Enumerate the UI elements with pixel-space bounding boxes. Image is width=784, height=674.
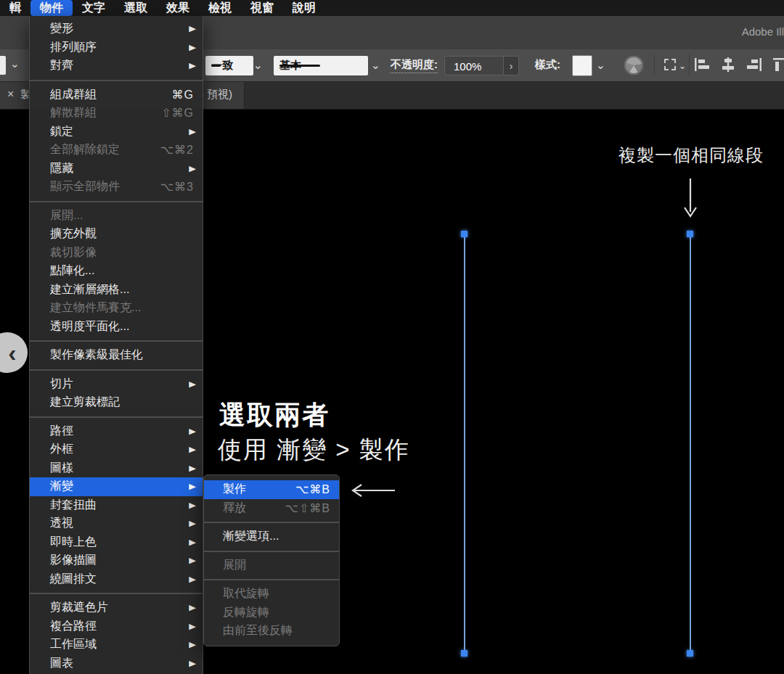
menubar-item[interactable]: 效果 — [157, 0, 199, 16]
menu-separator — [204, 551, 339, 552]
menubar-item[interactable]: 物件 — [30, 0, 73, 16]
submenu-item[interactable]: 取代旋轉 — [204, 585, 339, 604]
submenu-arrow-icon: ▶ — [189, 43, 196, 52]
chevron-down-icon[interactable]: ⌄ — [253, 59, 263, 71]
menu-item[interactable]: 外框 ▶ — [30, 440, 203, 459]
menubar-item[interactable]: 輯 — [0, 0, 30, 16]
menu-item[interactable]: 裁切影像 ▶ — [30, 244, 203, 263]
menu-item-label: 全部解除鎖定 — [50, 142, 120, 157]
menu-item[interactable]: 製作像素級最佳化 ▶ — [30, 346, 203, 365]
submenu-item-label: 製作 — [223, 482, 246, 497]
submenu-arrow-icon: ▶ — [189, 61, 196, 70]
menu-item[interactable]: 變形 ▶ — [30, 20, 203, 38]
menu-item-label: 裁切影像 — [50, 245, 97, 260]
menu-separator — [204, 522, 339, 523]
object-menu-section: 路徑 ▶ 外框 ▶ 圖樣 ▶ 漸變 — [30, 422, 203, 589]
stroke-profile-value: 一致 — [211, 59, 233, 73]
menu-item[interactable]: 複合路徑 ▶ — [30, 617, 203, 636]
close-icon[interactable]: × — [7, 88, 14, 101]
menu-item[interactable]: 建立物件馬賽克... ▶ — [30, 299, 203, 318]
menu-item[interactable]: 擴充外觀 ▶ — [30, 225, 203, 244]
transform-box-icon[interactable] — [664, 59, 676, 70]
stroke-profile-dropdown[interactable]: 一致 — [205, 56, 253, 75]
chevron-down-icon[interactable]: ⌄ — [679, 60, 686, 72]
opacity-label[interactable]: 不透明度: — [391, 58, 438, 73]
menu-item[interactable]: 影像描圖 ▶ — [30, 551, 203, 570]
menu-item[interactable]: 路徑 ▶ — [30, 422, 203, 441]
style-label[interactable]: 樣式: — [535, 58, 560, 72]
menu-item[interactable]: 對齊 ▶ — [30, 57, 203, 75]
submenu-item-label: 漸變選項... — [223, 529, 279, 544]
menu-item[interactable]: 解散群組 ⇧⌘G ▶ — [30, 104, 203, 123]
submenu-item-label: 由前至後反轉 — [223, 623, 293, 638]
menu-item[interactable]: 隱藏 ▶ — [30, 160, 203, 178]
align-left-icon[interactable] — [694, 57, 711, 72]
menu-separator — [204, 579, 339, 580]
menu-item[interactable]: 全部解除鎖定 ⌥⌘2 ▶ — [30, 141, 203, 160]
chevron-down-icon[interactable]: ⌄ — [10, 58, 20, 70]
menu-item[interactable]: 建立漸層網格... ▶ — [30, 281, 203, 300]
menu-item[interactable]: 組成群組 ⌘G ▶ — [30, 86, 203, 104]
menubar-item[interactable]: 檢視 — [199, 0, 241, 16]
anchor-point[interactable] — [461, 231, 467, 237]
anchor-point[interactable] — [461, 650, 467, 657]
menu-item[interactable]: 工作區域 ▶ — [30, 636, 203, 654]
line-segment-right[interactable] — [690, 234, 691, 652]
menu-item-label: 透視 — [50, 516, 73, 531]
expander-icon[interactable]: › — [503, 56, 519, 75]
chevron-down-icon[interactable]: ⌄ — [371, 59, 380, 71]
submenu-item[interactable]: 釋放 ⌥⇧⌘B — [204, 499, 339, 518]
menu-item[interactable]: 透視 ▶ — [30, 514, 203, 533]
color-wheel-icon[interactable] — [624, 56, 643, 75]
submenu-item-label: 取代旋轉 — [223, 586, 269, 601]
menu-item-label: 影像描圖 — [50, 553, 97, 568]
submenu-item[interactable]: 漸變選項... — [204, 527, 339, 546]
menu-item[interactable]: 圖樣 ▶ — [30, 459, 203, 478]
menu-item[interactable]: 繞圖排文 ▶ — [30, 570, 203, 589]
menu-item[interactable]: 排列順序 ▶ — [30, 38, 203, 57]
back-icon: ‹ — [8, 340, 16, 365]
menu-item[interactable]: 封套扭曲 ▶ — [30, 496, 203, 515]
chevron-down-icon[interactable]: ⌄ — [596, 59, 605, 71]
submenu-item[interactable]: 展開 — [204, 556, 339, 575]
menu-item[interactable]: 切片 ▶ — [30, 375, 203, 394]
menu-item-label: 製作像素級最佳化 — [50, 348, 143, 363]
anchor-point[interactable] — [687, 650, 693, 657]
menu-item-label: 排列順序 — [50, 40, 97, 55]
style-swatch[interactable] — [572, 55, 592, 76]
menu-item[interactable]: 展開... ▶ — [30, 207, 203, 226]
menu-item[interactable]: 剪裁遮色片 ▶ — [30, 599, 203, 617]
menu-item[interactable]: 建立剪裁標記 ▶ — [30, 393, 203, 412]
menu-item[interactable]: 圖表 ▶ — [30, 654, 203, 673]
menu-item-label: 漸變 — [50, 479, 73, 494]
submenu-arrow-icon: ▶ — [189, 127, 196, 136]
anchor-point[interactable] — [687, 231, 693, 237]
menu-item-label: 圖表 — [50, 656, 73, 671]
menubar-item[interactable]: 選取 — [115, 0, 157, 16]
menu-item[interactable]: 透明度平面化... ▶ — [30, 318, 203, 337]
submenu-item[interactable]: 由前至後反轉 — [204, 622, 339, 641]
opacity-input[interactable]: 100% — [444, 56, 504, 75]
menu-item-label: 切片 — [50, 377, 73, 392]
align-horizontal-center-icon[interactable] — [719, 57, 737, 72]
align-top-icon[interactable] — [772, 57, 784, 72]
menu-item-label: 解散群組 — [50, 105, 97, 120]
submenu-item[interactable]: 反轉旋轉 — [204, 604, 339, 622]
menu-item[interactable]: 鎖定 ▶ — [30, 123, 203, 141]
document-tab-title-fragment: 製 — [20, 88, 28, 102]
fill-swatch[interactable] — [0, 56, 6, 75]
align-right-icon[interactable] — [745, 57, 762, 72]
submenu-item[interactable]: 製作 ⌥⌘B — [204, 480, 339, 499]
menu-item[interactable]: 顯示全部物件 ⌥⌘3 ▶ — [30, 178, 203, 197]
brush-dropdown[interactable]: 基本 — [274, 56, 368, 75]
menu-item-label: 變形 — [50, 21, 73, 36]
line-segment-left[interactable] — [464, 234, 465, 652]
menubar-item[interactable]: 說明 — [283, 0, 325, 16]
menu-item[interactable]: 即時上色 ▶ — [30, 533, 203, 552]
annotation-select-both: 選取兩者 — [219, 398, 330, 433]
submenu-arrow-icon: ▶ — [189, 482, 196, 491]
menu-item[interactable]: 漸變 ▶ — [30, 477, 203, 496]
menu-item[interactable]: 點陣化... ▶ — [30, 262, 203, 281]
menubar-item[interactable]: 視窗 — [241, 0, 283, 16]
menubar-item[interactable]: 文字 — [73, 0, 115, 16]
